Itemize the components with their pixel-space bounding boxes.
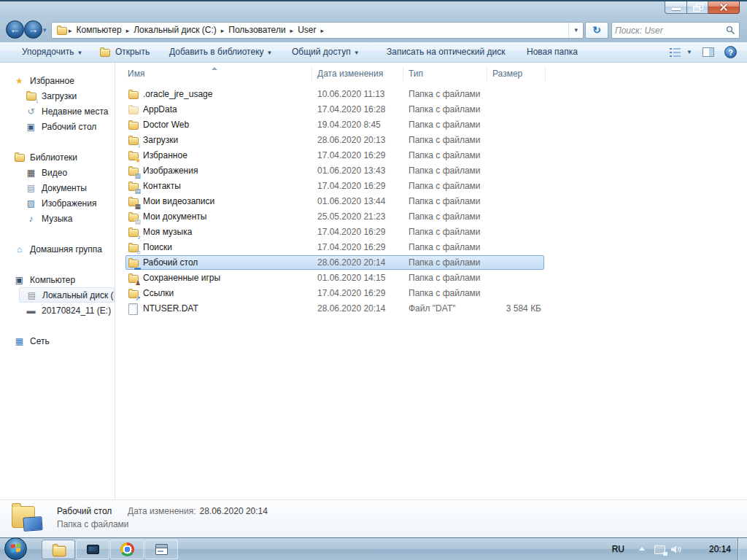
sidebar-item[interactable]: ♪ Музыка [0,211,115,226]
sidebar-group: ★ Избранное ↓ Загрузки ↺ Недавние места … [0,73,115,134]
taskbar-window-app-button[interactable] [144,540,178,559]
sidebar-item[interactable]: ▦ Сеть [0,333,115,349]
chevron-down-icon: ▼ [77,50,82,56]
sidebar-group: Библиотеки ▦ Видео ▤ Документы ▨ Изображ… [0,149,115,226]
file-row[interactable]: ↗Ссылки 17.04.2020 16:29 Папка с файлами [115,286,747,301]
sidebar-item[interactable]: ↓ Загрузки [0,88,115,104]
homegroup-icon: ⌂ [13,244,26,255]
change-view-button[interactable]: ▼ [670,48,692,57]
volume-tray-icon[interactable] [670,545,681,554]
share-button[interactable]: Общий доступ▼ [289,42,363,62]
documents-icon: ▤ [25,182,37,194]
taskbar-chrome-button[interactable] [110,540,144,559]
breadcrumb-separator-icon: ▸ [320,27,325,34]
new-folder-button[interactable]: Новая папка [524,42,581,62]
file-row[interactable]: ▤Контакты 17.04.2020 16:29 Папка с файла… [115,179,747,194]
add-to-library-button[interactable]: Добавить в библиотеку▼ [166,42,275,62]
sidebar-item[interactable]: ▨ Изображения [0,195,115,211]
breadcrumb-computer[interactable]: Компьютер [73,23,125,38]
file-row[interactable]: ▬Рабочий стол 28.06.2020 20:14 Папка с ф… [115,255,747,271]
start-button[interactable] [4,537,27,560]
help-button[interactable]: ? [724,46,737,58]
folder-open-icon [98,47,111,58]
sidebar-item[interactable]: ▤ Документы [0,180,115,195]
file-row[interactable]: ▨Изображения 01.06.2020 13:43 Папка с фа… [115,163,747,179]
column-header-size[interactable]: Размер [487,66,546,82]
breadcrumb-user[interactable]: User [294,23,320,38]
file-row[interactable]: ▦Мои видеозаписи 01.06.2020 13:44 Папка … [115,194,747,209]
desktop-folder-icon [10,503,44,534]
network-icon: ▦ [13,335,26,347]
sort-ascending-icon [212,67,217,70]
show-desktop-button[interactable] [738,538,747,560]
language-indicator[interactable]: RU [612,544,624,554]
file-row[interactable]: ★Избранное 17.04.2020 16:29 Папка с файл… [115,148,747,163]
sidebar-group: ▦ Сеть [0,333,115,349]
refresh-button[interactable]: ↻ [585,22,608,39]
file-row[interactable]: NTUSER.DAT 28.06.2020 20:14 Файл "DAT" 3… [115,301,747,316]
open-button[interactable]: Открыть [96,42,152,62]
folder-download-icon: ↓ [127,135,139,147]
disk-icon: ▤ [26,289,38,301]
file-row[interactable]: ▤Мои документы 25.05.2020 21:23 Папка с … [115,209,747,225]
file-row[interactable]: Doctor Web 19.04.2020 8:45 Папка с файла… [115,117,747,133]
clock[interactable]: 20:14 [709,544,731,554]
sidebar-item[interactable]: ★ Избранное [0,73,115,88]
column-header-type[interactable]: Тип [403,66,487,82]
back-button[interactable]: ← [6,20,24,39]
network-tray-icon[interactable] [654,545,665,554]
folder-music-icon: ♪ [127,227,139,238]
sidebar-item[interactable]: Библиотеки [0,149,115,165]
folder-contacts-icon: ▤ [127,181,139,192]
file-row[interactable]: AppData 17.04.2020 16:28 Папка с файлами [115,102,747,117]
minimize-button[interactable] [665,1,687,14]
monitor-app-icon [87,545,99,554]
preview-pane-button[interactable] [703,47,714,57]
windows-logo-icon [11,543,21,553]
chrome-icon [120,542,134,556]
folder-videos-icon: ▦ [127,196,139,208]
desktop-icon: ▣ [25,121,37,133]
sidebar-item[interactable]: ⌂ Домашняя группа [0,241,115,257]
sidebar-item[interactable]: ▤ Локальный диск (C [19,287,115,303]
sidebar-item[interactable]: ↺ Недавние места [0,104,115,119]
restore-button[interactable] [687,1,708,14]
folder-links-icon: ↗ [127,288,139,300]
address-dropdown-icon[interactable]: ▾ [568,23,583,38]
recent-pages-dropdown-icon[interactable]: ▾ [43,26,47,34]
list-view-icon [670,48,681,57]
sidebar-item[interactable]: ▣ Рабочий стол [0,119,115,134]
sidebar-item[interactable]: ▣ Компьютер [0,272,115,287]
music-icon: ♪ [25,213,37,225]
explorer-icon [50,542,67,558]
sidebar-item[interactable]: ▬ 20170824_11 (E:) [0,303,115,318]
show-hidden-icons-button[interactable] [639,547,645,551]
details-type: Папка с файлами [57,519,129,529]
burn-disc-button[interactable]: Записать на оптический диск [384,42,508,62]
search-input[interactable] [612,26,726,36]
folder-icon [127,120,139,131]
file-row[interactable]: ○Поиски 17.04.2020 16:29 Папка с файлами [115,240,747,255]
breadcrumb-local-disk[interactable]: Локальный диск (C:) [130,23,220,38]
forward-button[interactable]: → [24,20,42,39]
file-row[interactable]: ↓Загрузки 28.06.2020 20:13 Папка с файла… [115,133,747,148]
computer-icon: ▣ [13,274,26,286]
folder-icon [55,25,68,36]
folder-desktop-icon: ▬ [127,257,139,269]
column-header-date-modified[interactable]: Дата изменения [312,66,403,82]
file-row[interactable]: ♟Сохраненные игры 01.06.2020 14:15 Папка… [115,271,747,286]
organize-button[interactable]: Упорядочить▼ [19,42,85,62]
search-icon [726,26,735,35]
close-button[interactable] [708,1,740,14]
folder-download-icon: ↓ [25,90,37,102]
file-row[interactable]: .oracle_jre_usage 10.06.2020 11:13 Папка… [115,87,747,102]
taskbar-monitor-app-button[interactable] [76,540,109,559]
chevron-down-icon: ▼ [267,50,273,56]
file-row[interactable]: ♪Моя музыка 17.04.2020 16:29 Папка с фай… [115,225,747,240]
address-bar[interactable]: ▸ Компьютер ▸ Локальный диск (C:) ▸ Поль… [51,22,584,39]
breadcrumb-users[interactable]: Пользователи [225,23,289,38]
sidebar-item[interactable]: ▦ Видео [0,165,115,180]
search-box[interactable] [611,22,740,39]
taskbar-explorer-button[interactable] [42,540,75,559]
folder-star-icon: ★ [127,150,139,162]
